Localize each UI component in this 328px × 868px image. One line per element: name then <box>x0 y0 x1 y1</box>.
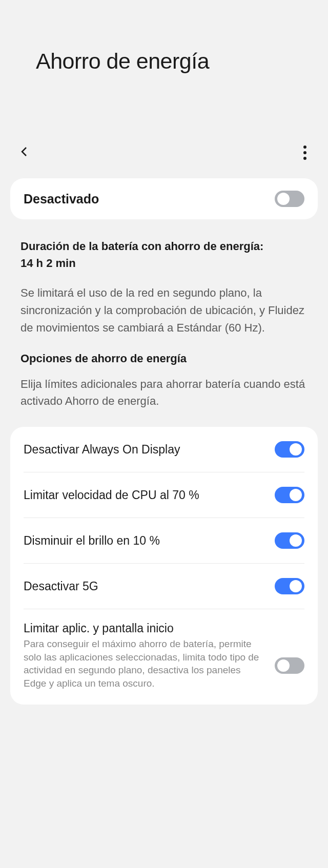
duration-value: 14 h 2 min <box>20 257 308 270</box>
back-icon[interactable] <box>18 146 31 160</box>
master-toggle-label: Desactivado <box>24 192 99 206</box>
option-toggle[interactable] <box>275 532 304 549</box>
option-label: Disminuir el brillo en 10 % <box>24 534 275 548</box>
limit-apps-description: Para conseguir el máximo ahorro de bater… <box>24 637 264 690</box>
options-section-title: Opciones de ahorro de energía <box>20 352 308 365</box>
option-5g[interactable]: Desactivar 5G <box>24 564 304 609</box>
option-toggle[interactable] <box>275 487 304 503</box>
option-brightness[interactable]: Disminuir el brillo en 10 % <box>24 518 304 564</box>
limit-apps-toggle[interactable] <box>275 657 304 674</box>
options-section-desc: Elija límites adicionales para ahorrar b… <box>20 376 308 409</box>
option-label: Desactivar 5G <box>24 580 275 593</box>
limit-apps-label: Limitar aplic. y pantalla inicio <box>24 622 264 635</box>
option-toggle[interactable] <box>275 441 304 458</box>
page-title: Ahorro de energía <box>36 49 292 74</box>
options-list: Desactivar Always On Display Limitar vel… <box>10 427 318 705</box>
option-limit-apps[interactable]: Limitar aplic. y pantalla inicio Para co… <box>24 609 304 705</box>
more-icon[interactable] <box>303 146 310 160</box>
option-cpu-limit[interactable]: Limitar velocidad de CPU al 70 % <box>24 472 304 518</box>
option-toggle[interactable] <box>275 578 304 594</box>
option-always-on-display[interactable]: Desactivar Always On Display <box>24 427 304 472</box>
option-label: Limitar velocidad de CPU al 70 % <box>24 488 275 502</box>
master-toggle[interactable] <box>275 191 304 207</box>
info-description: Se limitará el uso de la red en segundo … <box>20 284 308 337</box>
duration-label: Duración de la batería con ahorro de ene… <box>20 239 308 255</box>
option-label: Desactivar Always On Display <box>24 443 275 457</box>
